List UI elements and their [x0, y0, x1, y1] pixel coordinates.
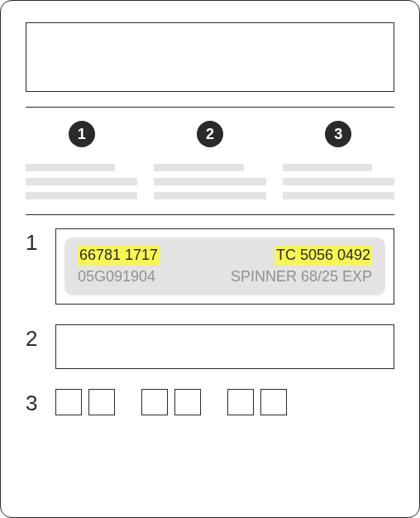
text-bars: [26, 164, 137, 199]
placeholder-bar: [26, 164, 115, 171]
small-box: [260, 389, 287, 415]
ticket-card: 66781 1717 TC 5056 0492 05G091904 SPINNE…: [64, 237, 385, 295]
step-badge-3: 3: [325, 121, 351, 147]
ticket-code-secondary-left: 05G091904: [78, 268, 160, 285]
text-bars: [154, 164, 265, 199]
hero-placeholder-box: [26, 22, 394, 92]
page-frame: 1 2 3 1: [0, 0, 420, 518]
small-box: [174, 389, 201, 415]
small-box: [227, 389, 254, 415]
list-row-1: 1 66781 1717 TC 5056 0492 05G091904 SPIN…: [26, 228, 394, 305]
row-number: 3: [26, 389, 41, 414]
placeholder-bar: [283, 192, 394, 199]
columns-section: 1 2 3: [26, 121, 394, 199]
column-2: 2: [154, 121, 265, 199]
divider-mid: [26, 214, 394, 215]
text-bars: [283, 164, 394, 199]
list-row-2: 2: [26, 324, 394, 369]
row-slot: 66781 1717 TC 5056 0492 05G091904 SPINNE…: [55, 228, 394, 305]
ticket-code-secondary-right: SPINNER 68/25 EXP: [231, 268, 372, 285]
placeholder-bar: [283, 164, 372, 171]
list-row-3: 3: [26, 389, 394, 415]
small-box-row: [55, 389, 287, 415]
small-box: [55, 389, 82, 415]
placeholder-bar: [283, 178, 394, 185]
step-badge-1: 1: [69, 121, 95, 147]
placeholder-bar: [26, 178, 137, 185]
placeholder-bar: [154, 164, 243, 171]
ticket-code-primary-right: TC 5056 0492: [274, 246, 372, 265]
placeholder-bar: [26, 192, 137, 199]
divider-top: [26, 107, 394, 108]
placeholder-bar: [154, 192, 265, 199]
small-box: [141, 389, 168, 415]
step-badge-2: 2: [197, 121, 223, 147]
placeholder-bar: [154, 178, 265, 185]
list-section: 1 66781 1717 TC 5056 0492 05G091904 SPIN…: [26, 228, 394, 415]
column-3: 3: [283, 121, 394, 199]
column-1: 1: [26, 121, 137, 199]
small-box: [88, 389, 115, 415]
row-number: 1: [26, 228, 41, 253]
row-slot-empty: [55, 324, 394, 369]
ticket-code-primary-left: 66781 1717: [78, 246, 160, 265]
row-number: 2: [26, 324, 41, 349]
